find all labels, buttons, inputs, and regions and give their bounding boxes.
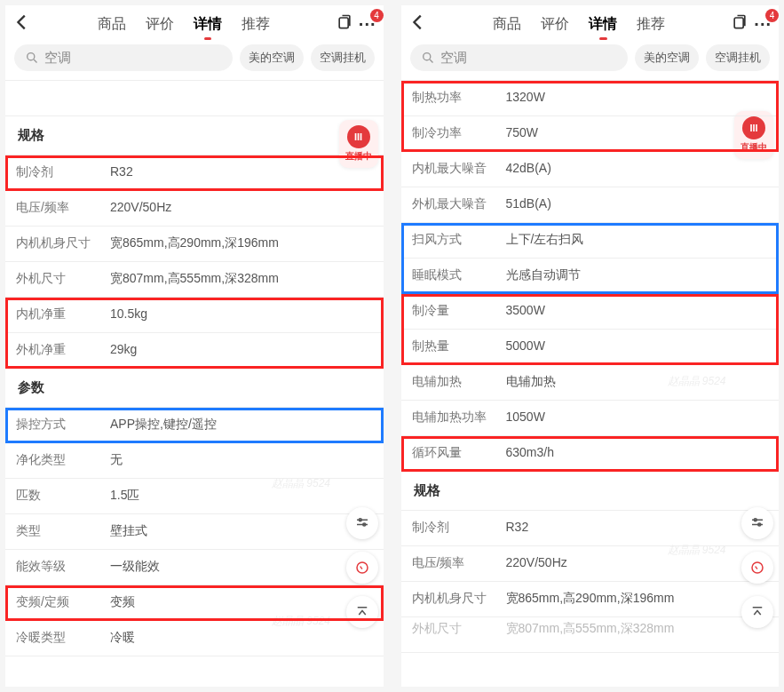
search-input[interactable] bbox=[440, 51, 617, 66]
content-right[interactable]: 制热功率1320W制冷功率750W内机最大噪音42dB(A)外机最大噪音51dB… bbox=[401, 80, 780, 687]
more-menu[interactable]: ··· 4 bbox=[359, 14, 376, 35]
row-label: 外机尺寸 bbox=[401, 617, 499, 652]
spec-table-right: 制热功率1320W制冷功率750W内机最大噪音42dB(A)外机最大噪音51dB… bbox=[401, 81, 780, 653]
row-value: 220V/50Hz bbox=[103, 191, 178, 226]
row-value: 壁挂式 bbox=[103, 514, 154, 549]
top-tabs-right: 商品评价详情推荐 bbox=[433, 13, 726, 36]
table-row: 电辅加热功率1050W bbox=[401, 401, 780, 436]
filter-button[interactable] bbox=[346, 507, 378, 539]
filter-button[interactable] bbox=[741, 507, 773, 539]
row-value bbox=[103, 81, 117, 115]
svg-point-1 bbox=[28, 53, 35, 60]
table-row: 电压/频率220V/50Hz bbox=[5, 191, 384, 227]
table-row: 制冷量3500W bbox=[401, 294, 780, 330]
table-row: 外机尺寸宽807mm,高555mm,深328mm bbox=[5, 262, 384, 298]
table-row: 制热量5000W bbox=[401, 330, 780, 365]
row-label: 冷暖类型 bbox=[5, 621, 103, 656]
svg-line-11 bbox=[430, 60, 432, 62]
table-row: 睡眠模式光感自动调节 bbox=[401, 259, 780, 294]
tab-3[interactable]: 推荐 bbox=[240, 13, 272, 36]
row-value: 变频 bbox=[103, 585, 142, 620]
tab-3[interactable]: 推荐 bbox=[635, 13, 667, 36]
row-label: 制热量 bbox=[401, 330, 499, 364]
table-row: 内机最大噪音42dB(A) bbox=[401, 152, 780, 187]
share-icon[interactable] bbox=[731, 13, 748, 35]
row-group: 内机净重10.5kg外机净重29kg bbox=[5, 298, 384, 369]
row-group: 制热功率1320W制冷功率750W bbox=[401, 81, 780, 152]
table-row: 净化类型无 bbox=[5, 443, 384, 479]
tab-0[interactable]: 商品 bbox=[96, 13, 128, 36]
search-bar: 美的空调 空调挂机 bbox=[401, 39, 780, 80]
table-row: 冷暖类型冷暖 bbox=[5, 621, 384, 656]
top-bar: 商品评价详情推荐 ··· 4 bbox=[5, 5, 384, 39]
table-row: 制冷剂R32 bbox=[5, 155, 384, 191]
search-chip-0[interactable]: 美的空调 bbox=[240, 44, 304, 71]
notification-badge: 4 bbox=[765, 9, 779, 22]
row-value: 10.5kg bbox=[103, 298, 154, 332]
svg-rect-9 bbox=[734, 18, 743, 28]
row-label: 能效等级 bbox=[5, 550, 103, 585]
row-value: 1320W bbox=[499, 81, 552, 115]
svg-point-16 bbox=[752, 562, 763, 573]
search-chip-0[interactable]: 美的空调 bbox=[635, 44, 699, 71]
row-label bbox=[5, 81, 103, 115]
search-icon bbox=[421, 50, 435, 66]
tab-0[interactable]: 商品 bbox=[491, 13, 523, 36]
more-menu[interactable]: ··· 4 bbox=[754, 14, 772, 35]
row-value: 上下/左右扫风 bbox=[499, 223, 591, 258]
row-label: 循环风量 bbox=[401, 436, 499, 471]
search-chip-1[interactable]: 空调挂机 bbox=[311, 44, 375, 71]
search-chip-1[interactable]: 空调挂机 bbox=[706, 44, 770, 71]
share-icon[interactable] bbox=[336, 13, 353, 35]
row-value: 电辅加热 bbox=[499, 365, 563, 400]
table-row bbox=[5, 81, 384, 116]
row-label: 制冷功率 bbox=[401, 116, 499, 151]
table-row: 扫风方式上下/左右扫风 bbox=[401, 223, 780, 259]
favorite-button[interactable] bbox=[741, 552, 773, 584]
back-icon[interactable] bbox=[12, 12, 32, 36]
table-row: 能效等级一级能效 bbox=[5, 550, 384, 585]
row-label: 操控方式 bbox=[5, 408, 103, 442]
search-icon bbox=[25, 50, 39, 66]
table-row: 制热功率1320W bbox=[401, 81, 780, 116]
tab-1[interactable]: 评价 bbox=[539, 13, 571, 36]
tab-2[interactable]: 详情 bbox=[587, 13, 619, 36]
table-row: 外机尺寸宽807mm,高555mm,深328mm bbox=[401, 617, 780, 653]
row-value: R32 bbox=[499, 511, 536, 545]
tab-2[interactable]: 详情 bbox=[192, 13, 224, 36]
table-row: 操控方式APP操控,键控/遥控 bbox=[5, 408, 384, 443]
table-row: 变频/定频变频 bbox=[5, 585, 384, 621]
table-row: 外机最大噪音51dB(A) bbox=[401, 187, 780, 223]
row-value: 750W bbox=[499, 116, 546, 151]
favorite-button[interactable] bbox=[346, 552, 378, 584]
row-label: 外机尺寸 bbox=[5, 262, 103, 297]
search-input[interactable] bbox=[44, 51, 221, 66]
row-label: 净化类型 bbox=[5, 443, 103, 478]
row-value: 一级能效 bbox=[103, 550, 167, 585]
svg-line-2 bbox=[34, 60, 36, 62]
section-header: 参数 bbox=[5, 369, 384, 408]
scroll-top-button[interactable] bbox=[741, 596, 773, 628]
table-row: 内机净重10.5kg bbox=[5, 298, 384, 333]
table-row: 外机净重29kg bbox=[5, 333, 384, 369]
content-left[interactable]: 规格制冷剂R32电压/频率220V/50Hz内机机身尺寸宽865mm,高290m… bbox=[5, 80, 384, 687]
section-header: 规格 bbox=[5, 116, 384, 155]
row-value: 51dB(A) bbox=[499, 187, 558, 222]
table-row: 类型壁挂式 bbox=[5, 514, 384, 550]
row-value: 宽865mm,高290mm,深196mm bbox=[103, 227, 286, 261]
row-group: 扫风方式上下/左右扫风睡眠模式光感自动调节 bbox=[401, 223, 780, 294]
row-value: 宽807mm,高555mm,深328mm bbox=[499, 617, 682, 652]
search-input-wrap[interactable] bbox=[14, 44, 233, 71]
table-row: 制冷功率750W bbox=[401, 116, 780, 152]
top-tabs-left: 商品评价详情推荐 bbox=[37, 13, 330, 36]
back-icon[interactable] bbox=[408, 12, 428, 36]
tab-1[interactable]: 评价 bbox=[144, 13, 176, 36]
spec-table-left: 规格制冷剂R32电压/频率220V/50Hz内机机身尺寸宽865mm,高290m… bbox=[5, 81, 384, 656]
row-label: 制冷剂 bbox=[401, 511, 499, 545]
notification-badge: 4 bbox=[370, 9, 384, 22]
row-label: 变频/定频 bbox=[5, 585, 103, 620]
table-row: 制冷剂R32 bbox=[401, 511, 780, 546]
search-input-wrap[interactable] bbox=[410, 44, 629, 71]
svg-point-7 bbox=[357, 562, 368, 573]
row-label: 电压/频率 bbox=[5, 191, 103, 226]
